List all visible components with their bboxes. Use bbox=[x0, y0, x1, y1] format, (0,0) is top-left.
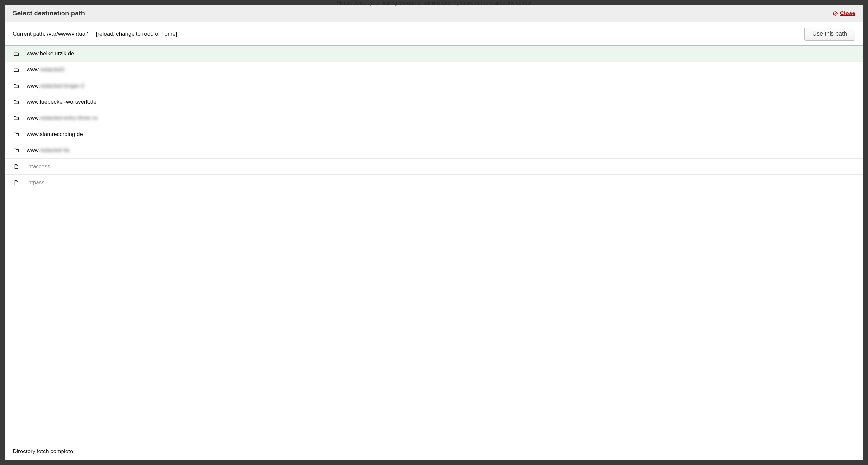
folder-icon bbox=[13, 131, 20, 137]
modal-header: Select destination path Close bbox=[5, 5, 863, 22]
use-this-path-button[interactable]: Use this path bbox=[804, 27, 855, 41]
redacted-text: redacted-longer-2 bbox=[40, 83, 84, 89]
list-item-label: www. bbox=[27, 115, 40, 121]
list-item-label: .htaccess bbox=[27, 163, 50, 170]
folder-icon bbox=[13, 83, 20, 89]
folder-icon bbox=[13, 147, 20, 153]
nav-sep2: , or bbox=[152, 31, 161, 37]
modal-title: Select destination path bbox=[13, 9, 85, 17]
file-icon bbox=[13, 180, 20, 185]
current-path: Current path: /var/www/virtual/ bbox=[13, 31, 88, 37]
folder-icon bbox=[13, 115, 20, 121]
list-item[interactable]: .htpass bbox=[5, 175, 863, 191]
toolbar: Current path: /var/www/virtual/ [reload,… bbox=[5, 22, 863, 46]
path-slash: / bbox=[87, 31, 88, 37]
file-icon bbox=[13, 164, 20, 170]
list-item[interactable]: www.redacted-entry-three xx bbox=[5, 110, 863, 126]
svg-line-1 bbox=[834, 12, 837, 15]
redacted-text: redacted-entry-three xx bbox=[40, 115, 98, 121]
nav-actions: [reload, change to root, or home] bbox=[96, 31, 177, 37]
close-label: Close bbox=[840, 10, 855, 17]
destination-path-modal: Select destination path Close Current pa… bbox=[5, 5, 863, 460]
nav-sep1: , change to bbox=[113, 31, 143, 37]
root-link[interactable]: root bbox=[143, 31, 152, 37]
list-item-label: www. bbox=[27, 147, 40, 154]
redacted-text: redacted1 bbox=[40, 66, 65, 73]
list-item-label: www.slamrecording.de bbox=[27, 131, 83, 138]
list-item-label: www. bbox=[27, 83, 40, 89]
folder-icon bbox=[13, 51, 20, 57]
list-item[interactable]: www.redacted 4a bbox=[5, 143, 863, 158]
bracket-close: ] bbox=[176, 31, 177, 37]
path-segment[interactable]: var bbox=[49, 31, 57, 37]
folder-icon bbox=[13, 67, 20, 73]
list-item-label: www.heikejurzik.de bbox=[27, 50, 74, 57]
list-item[interactable]: .htaccess bbox=[5, 158, 863, 175]
forbidden-icon bbox=[833, 11, 838, 16]
status-bar: Directory fetch complete. bbox=[5, 443, 863, 460]
close-button[interactable]: Close bbox=[833, 10, 855, 17]
list-item[interactable]: www.heikejurzik.de bbox=[5, 46, 863, 62]
reload-link[interactable]: reload bbox=[97, 31, 113, 37]
list-item-label: www. bbox=[27, 66, 40, 73]
list-item-label: www.luebecker-wortwerft.de bbox=[27, 99, 97, 105]
redacted-text: redacted 4a bbox=[40, 147, 70, 154]
path-segment[interactable]: www bbox=[58, 31, 70, 37]
path-segment[interactable]: virtual bbox=[72, 31, 87, 37]
list-item[interactable]: www.slamrecording.de bbox=[5, 126, 863, 143]
list-item[interactable]: www.redacted-longer-2 bbox=[5, 78, 863, 94]
list-item[interactable]: www.luebecker-wortwerft.de bbox=[5, 94, 863, 110]
home-link[interactable]: home bbox=[161, 31, 176, 37]
list-item-label: .htpass bbox=[27, 179, 45, 186]
toolbar-left: Current path: /var/www/virtual/ [reload,… bbox=[13, 31, 177, 37]
current-path-label: Current path: bbox=[13, 31, 47, 37]
folder-icon bbox=[13, 99, 20, 105]
list-item[interactable]: www.redacted1 bbox=[5, 62, 863, 78]
file-list[interactable]: www.heikejurzik.dewww.redacted1www.redac… bbox=[5, 46, 863, 443]
